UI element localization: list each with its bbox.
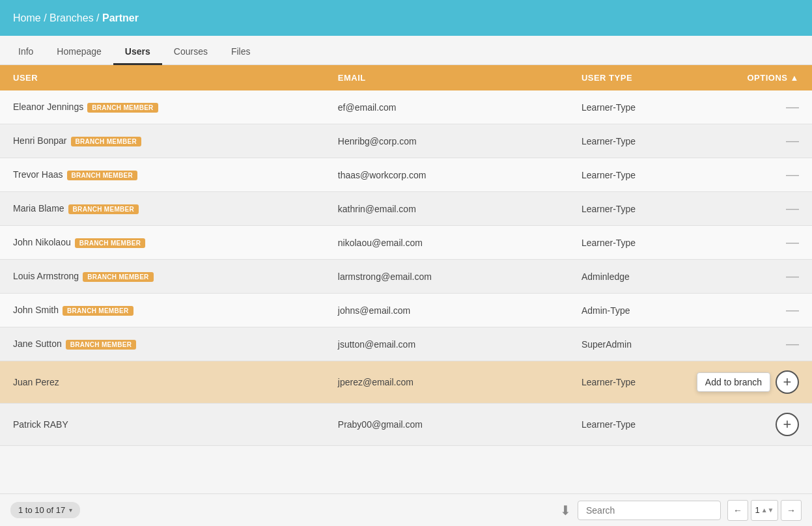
tab-info[interactable]: Info	[7, 40, 45, 65]
breadcrumb-current: Partner	[102, 12, 139, 23]
user-cell: Patrick RABY	[0, 404, 325, 446]
user-cell: Jane SuttonBRANCH MEMBER	[0, 327, 325, 361]
table-row: Trevor HaasBRANCH MEMBERthaas@workcorp.c…	[0, 158, 812, 192]
prev-page-button[interactable]: ←	[727, 500, 748, 521]
breadcrumb-sep1: /	[41, 12, 49, 23]
options-cell: +	[731, 404, 812, 446]
add-to-branch-button[interactable]: +	[776, 370, 799, 394]
user-cell: John NikolaouBRANCH MEMBER	[0, 226, 325, 260]
user-name: John Smith	[13, 305, 59, 315]
next-page-button[interactable]: →	[781, 500, 802, 521]
remove-from-branch-icon[interactable]: —	[786, 133, 799, 148]
user-type-cell: Learner-Type	[568, 192, 731, 226]
header: Home / Branches / Partner	[0, 0, 812, 36]
options-cell: —	[731, 226, 812, 260]
user-type-cell: Learner-Type	[568, 90, 731, 124]
tab-users[interactable]: Users	[113, 40, 162, 65]
users-table-container: USER EMAIL USER TYPE OPTIONS ▲ Eleanor J…	[0, 65, 812, 493]
user-name: Louis Armstrong	[13, 271, 79, 281]
page-wrapper: Home / Branches / Partner Info Homepage …	[0, 0, 812, 526]
breadcrumb-home[interactable]: Home	[13, 12, 41, 23]
branch-member-badge: BRANCH MEMBER	[66, 340, 136, 350]
user-name: Maria Blame	[13, 203, 64, 214]
add-to-branch-tooltip: Add to branch	[697, 372, 770, 392]
col-user-type: USER TYPE	[568, 65, 731, 90]
remove-from-branch-icon[interactable]: —	[786, 303, 799, 317]
breadcrumb-branches[interactable]: Branches	[49, 12, 94, 23]
email-cell: jsutton@email.com	[325, 327, 568, 361]
table-row: John NikolaouBRANCH MEMBERnikolaou@email…	[0, 226, 812, 260]
download-icon[interactable]: ⬇	[560, 503, 571, 518]
user-type-cell: Admin-Type	[568, 294, 731, 327]
remove-from-branch-icon[interactable]: —	[786, 337, 799, 351]
branch-member-badge: BRANCH MEMBER	[75, 238, 145, 248]
col-user: USER	[0, 65, 325, 90]
add-to-branch-button[interactable]: +	[776, 413, 799, 436]
email-cell: Praby00@gmail.com	[325, 404, 568, 446]
user-cell: Henri BonparBRANCH MEMBER	[0, 124, 325, 158]
user-name: Jane Sutton	[13, 339, 62, 349]
email-cell: kathrin@email.com	[325, 192, 568, 226]
user-type-cell: Adminledge	[568, 260, 731, 294]
branch-member-badge: BRANCH MEMBER	[67, 171, 137, 180]
user-cell: Eleanor JenningsBRANCH MEMBER	[0, 90, 325, 124]
pagination-label[interactable]: 1 to 10 of 17 ▾	[10, 502, 80, 518]
branch-member-badge: BRANCH MEMBER	[83, 272, 153, 282]
branch-member-badge: BRANCH MEMBER	[63, 306, 133, 316]
branch-member-badge: BRANCH MEMBER	[71, 137, 141, 146]
email-cell: larmstrong@email.com	[325, 260, 568, 294]
footer: 1 to 10 of 17 ▾ ⬇ ← 1 ▲▼ →	[0, 493, 812, 526]
options-cell: —	[731, 260, 812, 294]
tab-courses[interactable]: Courses	[162, 40, 219, 65]
remove-from-branch-icon[interactable]: —	[786, 100, 799, 114]
search-input[interactable]	[578, 501, 721, 520]
user-cell: John SmithBRANCH MEMBER	[0, 294, 325, 327]
options-cell: Add to branch+	[731, 361, 812, 404]
user-type-cell: Learner-Type	[568, 404, 731, 446]
options-cell: —	[731, 294, 812, 327]
user-cell: Maria BlameBRANCH MEMBER	[0, 192, 325, 226]
email-cell: Henribg@corp.com	[325, 124, 568, 158]
breadcrumb-sep2: /	[94, 12, 102, 23]
remove-from-branch-icon[interactable]: —	[786, 167, 799, 182]
branch-member-badge: BRANCH MEMBER	[87, 103, 158, 113]
remove-from-branch-icon[interactable]: —	[786, 235, 799, 249]
add-to-branch-container: Add to branch+	[744, 370, 799, 394]
table-row: Louis ArmstrongBRANCH MEMBERlarmstrong@e…	[0, 260, 812, 294]
tab-files[interactable]: Files	[219, 40, 262, 65]
email-cell: jperez@email.com	[325, 361, 568, 404]
email-cell: nikolaou@email.com	[325, 226, 568, 260]
options-cell: —	[731, 327, 812, 361]
branch-member-badge: BRANCH MEMBER	[68, 204, 139, 214]
breadcrumb: Home / Branches / Partner	[13, 12, 139, 24]
table-header-row: USER EMAIL USER TYPE OPTIONS ▲	[0, 65, 812, 90]
pagination-text: 1 to 10 of 17	[18, 505, 65, 515]
options-cell: —	[731, 158, 812, 192]
email-cell: thaas@workcorp.com	[325, 158, 568, 192]
user-name: Eleanor Jennings	[13, 102, 83, 112]
table-row: Maria BlameBRANCH MEMBERkathrin@email.co…	[0, 192, 812, 226]
remove-from-branch-icon[interactable]: —	[786, 201, 799, 215]
tab-homepage[interactable]: Homepage	[45, 40, 113, 65]
user-name: Trevor Haas	[13, 169, 63, 180]
user-type-cell: Learner-Type	[568, 124, 731, 158]
options-cell: —	[731, 192, 812, 226]
table-row: Henri BonparBRANCH MEMBERHenribg@corp.co…	[0, 124, 812, 158]
page-number: 1 ▲▼	[751, 500, 778, 521]
user-cell: Trevor HaasBRANCH MEMBER	[0, 158, 325, 192]
user-type-cell: Learner-Type	[568, 226, 731, 260]
table-row: Eleanor JenningsBRANCH MEMBERef@email.co…	[0, 90, 812, 124]
remove-from-branch-icon[interactable]: —	[786, 269, 799, 283]
user-name: Henri Bonpar	[13, 135, 67, 146]
options-cell: —	[731, 90, 812, 124]
options-cell: —	[731, 124, 812, 158]
user-type-cell: SuperAdmin	[568, 327, 731, 361]
col-options: OPTIONS ▲	[731, 65, 812, 90]
user-name: Patrick RABY	[13, 419, 68, 430]
table-row: Jane SuttonBRANCH MEMBERjsutton@email.co…	[0, 327, 812, 361]
user-type-cell: Learner-Type	[568, 158, 731, 192]
table-row: Juan Perezjperez@email.comLearner-TypeAd…	[0, 361, 812, 404]
tabs-bar: Info Homepage Users Courses Files	[0, 36, 812, 65]
user-name: John Nikolaou	[13, 237, 71, 247]
users-table: USER EMAIL USER TYPE OPTIONS ▲ Eleanor J…	[0, 65, 812, 446]
